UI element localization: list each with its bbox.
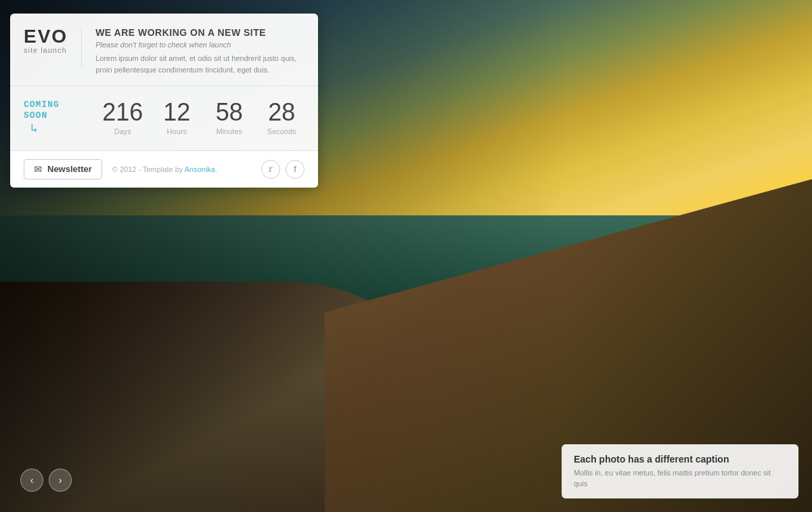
hours-label: Hours [158,127,196,135]
prev-icon: ‹ [30,475,34,486]
caption-box: Each photo has a different caption Molli… [562,444,798,498]
hours-number: 12 [158,100,196,125]
coming-soon-arrow: ↳ [30,122,91,137]
panel-footer: ✉ Newsletter © 2012 - Template by Ansoni… [10,151,318,188]
next-icon: › [59,475,62,486]
minutes-label: Minutes [210,127,248,135]
facebook-symbol: f [294,164,296,174]
twitter-icon[interactable]: 𝕣 [261,160,280,179]
logo-area: EVO site launch [24,27,68,54]
header-subtitle: Please don't forget to check when launch [95,41,304,49]
facebook-icon[interactable]: f [286,160,304,179]
newsletter-button[interactable]: ✉ Newsletter [24,159,102,179]
caption-text: Mollis in, eu vitae metus, felis mattis … [574,468,786,489]
countdown-days: 216 Days [102,100,143,135]
seconds-number: 28 [263,100,300,125]
header-title: WE ARE WORKING ON A NEW SITE [95,27,304,38]
twitter-symbol: 𝕣 [269,164,273,174]
vertical-separator [81,27,82,68]
main-panel: EVO site launch WE ARE WORKING ON A NEW … [10,14,318,188]
countdown-area: COMINGSOON ↳ 216 Days 12 Hours 58 Minute… [10,86,318,151]
social-icons: 𝕣 f [261,160,304,179]
nav-arrows: ‹ › [20,469,72,492]
newsletter-label: Newsletter [47,164,92,174]
next-button[interactable]: › [49,469,72,492]
header-description: Lorem ipsum dolor sit amet, et odio sit … [95,53,304,75]
copyright-prefix: © 2012 - Template by [112,165,185,173]
caption-title: Each photo has a different caption [574,454,786,465]
copyright-text: © 2012 - Template by Ansonika. [112,165,261,173]
panel-header: EVO site launch WE ARE WORKING ON A NEW … [10,14,318,86]
coming-soon-label: COMINGSOON ↳ [24,100,91,137]
minutes-number: 58 [210,100,248,125]
copyright-suffix: . [215,165,217,173]
seconds-label: Seconds [263,127,300,135]
countdown-units: 216 Days 12 Hours 58 Minutes 28 Seconds [98,100,304,135]
prev-button[interactable]: ‹ [20,469,43,492]
coming-soon-line1: COMINGSOON [24,100,91,121]
days-number: 216 [102,100,143,125]
header-text: WE ARE WORKING ON A NEW SITE Please don'… [95,27,304,75]
logo-subtitle: site launch [24,46,68,54]
countdown-hours: 12 Hours [158,100,196,135]
logo-brand: EVO [24,27,68,46]
countdown-minutes: 58 Minutes [210,100,248,135]
coming-soon-text: COMINGSOON ↳ [24,100,91,137]
countdown-seconds: 28 Seconds [263,100,300,135]
mail-icon: ✉ [34,164,42,175]
author-link[interactable]: Ansonika [185,165,215,173]
days-label: Days [102,127,143,135]
